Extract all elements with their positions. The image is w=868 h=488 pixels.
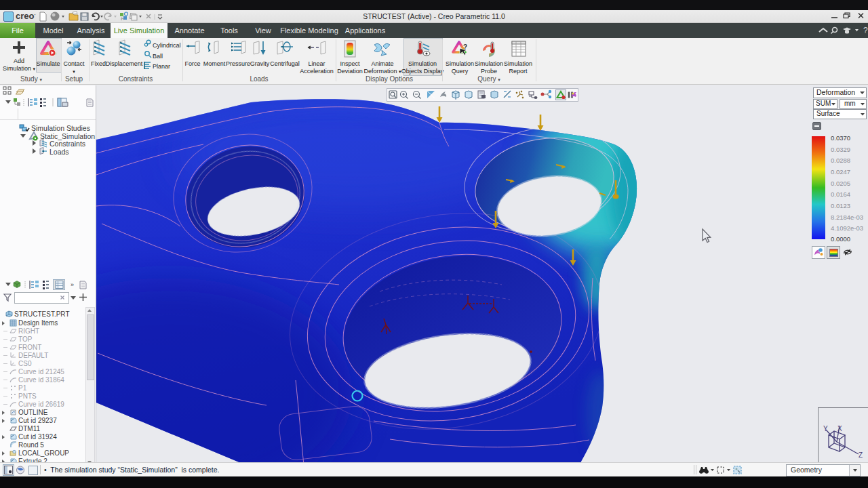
svg-text:Z: Z [859, 451, 863, 459]
svg-text:X: X [837, 425, 842, 432]
svg-text:Y: Y [823, 425, 828, 432]
